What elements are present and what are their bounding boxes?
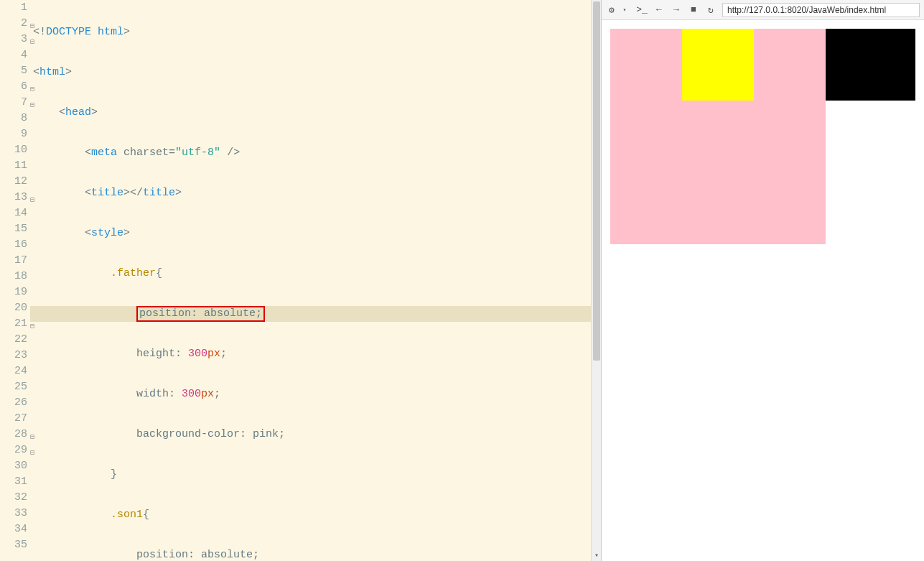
line-gutter: 12⊟3⊟456⊟7⊟8910111213⊟1415161718192021⊟2… (0, 0, 30, 561)
doctype: DOCTYPE (46, 26, 91, 38)
forward-icon[interactable]: → (671, 4, 682, 16)
black-box (826, 29, 915, 101)
gear-icon[interactable]: ⚙ (606, 4, 617, 16)
back-icon[interactable]: ← (653, 4, 665, 16)
code-content[interactable]: <!DOCTYPE html> <html> <head> <meta char… (30, 0, 591, 561)
preview-viewport (602, 20, 924, 561)
terminal-icon[interactable]: >_ (636, 4, 648, 16)
editor-scrollbar[interactable]: ▴ ▾ (591, 0, 601, 561)
pink-box (610, 29, 826, 244)
refresh-icon[interactable]: ↻ (705, 4, 717, 16)
chevron-down-icon[interactable]: ▾ (619, 4, 630, 16)
browser-preview: ⚙ ▾ >_ ← → ■ ↻ (602, 0, 924, 561)
code-editor[interactable]: 12⊟3⊟456⊟7⊟8910111213⊟1415161718192021⊟2… (0, 0, 602, 561)
emphasis-red-box: position: absolute; (136, 306, 265, 322)
yellow-box (682, 29, 754, 101)
scroll-down-icon[interactable]: ▾ (592, 551, 602, 561)
scrollbar-thumb[interactable] (593, 1, 600, 361)
highlighted-line: position: absolute; (30, 306, 591, 322)
stop-icon[interactable]: ■ (688, 4, 699, 16)
url-input[interactable] (722, 3, 920, 17)
preview-toolbar: ⚙ ▾ >_ ← → ■ ↻ (602, 0, 924, 20)
